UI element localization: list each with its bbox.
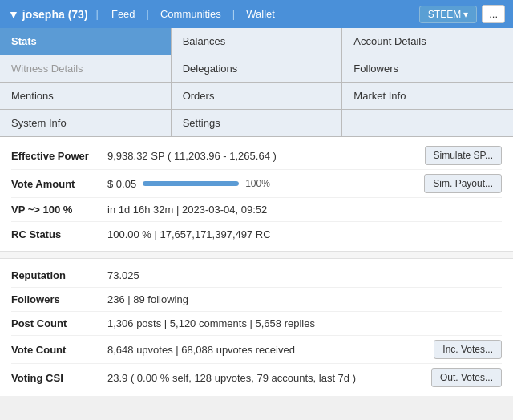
row-reputation: Reputation 73.025 <box>11 264 502 288</box>
right-controls: STEEM ▾ ... <box>419 5 505 23</box>
label-effective-power: Effective Power <box>11 150 107 162</box>
menu-settings[interactable]: Settings <box>172 110 343 136</box>
label-followers: Followers <box>11 293 107 305</box>
menu-empty <box>342 110 513 136</box>
value-vp: in 1d 16h 32m | 2023-03-04, 09:52 <box>107 204 502 216</box>
row-post-count: Post Count 1,306 posts | 5,120 comments … <box>11 312 502 336</box>
wallet-link[interactable]: Wallet <box>246 8 275 20</box>
stats-section-2: Reputation 73.025 Followers 236 | 89 fol… <box>0 259 513 396</box>
label-reputation: Reputation <box>11 269 107 281</box>
menu-balances[interactable]: Balances <box>172 28 343 55</box>
username[interactable]: ▼ josepha (73) <box>8 8 88 21</box>
menu-row-2: Mentions Orders Market Info <box>0 83 513 110</box>
value-post-count: 1,306 posts | 5,120 comments | 5,658 rep… <box>107 317 502 329</box>
dropdown-icon: ▼ <box>8 8 19 21</box>
vote-dollar-value: $ 0.05 <box>107 178 136 190</box>
row-rc-status: RC Status 100.00 % | 17,657,171,397,497 … <box>11 222 502 246</box>
sim-payout-button[interactable]: Sim. Payout... <box>424 174 502 193</box>
row-vote-amount: Vote Amount $ 0.05 100% Sim. Payout... <box>11 170 502 198</box>
steem-chevron-icon: ▾ <box>463 9 468 20</box>
menu-delegations[interactable]: Delegations <box>172 55 343 82</box>
row-vote-count: Vote Count 8,648 upvotes | 68,088 upvote… <box>11 336 502 364</box>
value-rc-status: 100.00 % | 17,657,171,397,497 RC <box>107 228 502 240</box>
vote-slider-fill <box>143 181 239 186</box>
row-followers: Followers 236 | 89 following <box>11 288 502 312</box>
action-effective-power: Simulate SP... <box>425 146 502 165</box>
menu-followers[interactable]: Followers <box>342 55 513 82</box>
nav-separator: | <box>96 8 99 20</box>
label-rc-status: RC Status <box>11 228 107 240</box>
section-divider <box>0 251 513 259</box>
menu-row-0: Stats Balances Account Details <box>0 28 513 55</box>
row-effective-power: Effective Power 9,938.32 SP ( 11,203.96 … <box>11 142 502 170</box>
value-effective-power: 9,938.32 SP ( 11,203.96 - 1,265.64 ) <box>107 150 425 162</box>
action-vote-amount: Sim. Payout... <box>424 174 502 193</box>
menu-witness-details: Witness Details <box>0 55 172 82</box>
feed-link[interactable]: Feed <box>111 8 135 20</box>
action-vote-count: Inc. Votes... <box>434 340 502 359</box>
menu-stats[interactable]: Stats <box>0 28 172 55</box>
communities-link[interactable]: Communities <box>160 8 221 20</box>
vote-slider-container: $ 0.05 100% <box>107 178 424 190</box>
menu-market-info[interactable]: Market Info <box>342 83 513 109</box>
label-post-count: Post Count <box>11 317 107 329</box>
value-followers: 236 | 89 following <box>107 293 502 305</box>
stats-section-1: Effective Power 9,938.32 SP ( 11,203.96 … <box>0 137 513 251</box>
value-reputation: 73.025 <box>107 269 502 281</box>
vote-slider-pct: 100% <box>245 178 270 189</box>
menu-orders[interactable]: Orders <box>172 83 343 109</box>
menu-row-1: Witness Details Delegations Followers <box>0 55 513 83</box>
vote-slider-bar[interactable] <box>143 181 239 186</box>
row-vp: VP ~> 100 % in 1d 16h 32m | 2023-03-04, … <box>11 198 502 222</box>
value-vote-amount: $ 0.05 100% <box>107 178 424 190</box>
label-vote-count: Vote Count <box>11 344 107 356</box>
menu-row-3: System Info Settings <box>0 110 513 136</box>
menu-mentions[interactable]: Mentions <box>0 83 172 109</box>
label-vote-amount: Vote Amount <box>11 178 107 190</box>
inc-votes-button[interactable]: Inc. Votes... <box>434 340 502 359</box>
value-voting-csi: 23.9 ( 0.00 % self, 128 upvotes, 79 acco… <box>107 372 431 384</box>
steem-button[interactable]: STEEM ▾ <box>419 6 477 23</box>
value-vote-count: 8,648 upvotes | 68,088 upvotes received <box>107 344 434 356</box>
top-nav: ▼ josepha (73) | Feed | Communities | Wa… <box>0 0 513 28</box>
content-area: Effective Power 9,938.32 SP ( 11,203.96 … <box>0 137 513 396</box>
simulate-sp-button[interactable]: Simulate SP... <box>425 146 502 165</box>
out-votes-button[interactable]: Out. Votes... <box>431 368 502 387</box>
label-voting-csi: Voting CSI <box>11 372 107 384</box>
dots-button[interactable]: ... <box>482 5 505 23</box>
row-voting-csi: Voting CSI 23.9 ( 0.00 % self, 128 upvot… <box>11 364 502 391</box>
nav-links: Feed | Communities | Wallet <box>111 8 275 20</box>
menu-system-info[interactable]: System Info <box>0 110 172 136</box>
menu-account-details[interactable]: Account Details <box>342 28 513 55</box>
menu-grid: Stats Balances Account Details Witness D… <box>0 28 513 137</box>
label-vp: VP ~> 100 % <box>11 204 107 216</box>
action-voting-csi: Out. Votes... <box>431 368 502 387</box>
